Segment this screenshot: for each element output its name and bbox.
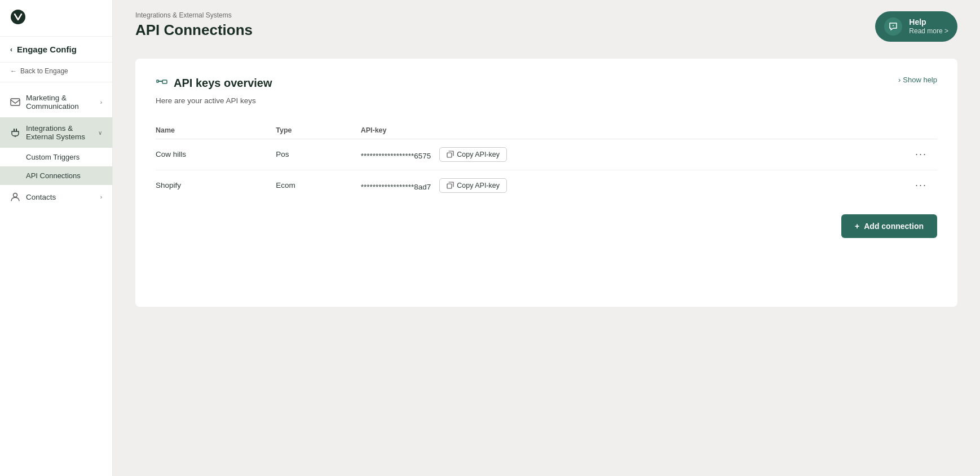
api-keys-icon [156, 76, 168, 91]
back-to-engage[interactable]: ← Back to Engage [0, 63, 112, 82]
card-subtitle: Here are your active API keys [156, 96, 937, 105]
more-options-button-0[interactable]: ··· [912, 147, 930, 161]
col-type: Type [276, 122, 360, 139]
copy-icon [447, 151, 454, 158]
card-title: API keys overview [174, 77, 272, 90]
copy-icon [447, 182, 454, 189]
svg-rect-3 [16, 129, 17, 131]
person-icon [10, 192, 20, 202]
logo-icon [10, 9, 26, 25]
svg-rect-7 [157, 80, 158, 82]
help-icon [884, 17, 902, 36]
cell-name-1: Shopify [156, 170, 276, 201]
sidebar-item-custom-triggers[interactable]: Custom Triggers [0, 148, 112, 166]
cell-actions-0: ··· [855, 139, 938, 170]
chevron-left-icon: ‹ [10, 46, 12, 54]
more-options-button-1[interactable]: ··· [912, 178, 930, 192]
help-button[interactable]: Help Read more > [875, 11, 957, 42]
chevron-right-icon-contacts: › [100, 194, 102, 200]
page-header: Integrations & External Systems API Conn… [135, 11, 253, 39]
table-header-row: Name Type API-key [156, 122, 937, 139]
sidebar-item-marketing[interactable]: Marketing & Communication › [0, 87, 112, 117]
chevron-right-icon-help: › [898, 76, 900, 84]
svg-point-0 [11, 10, 25, 24]
read-more-link[interactable]: Read more > [909, 27, 948, 36]
sidebar-nav: Marketing & Communication › Integrations… [0, 82, 112, 476]
card-title-icon [156, 76, 168, 88]
svg-point-6 [893, 25, 894, 26]
sidebar-item-contacts[interactable]: Contacts › [0, 185, 112, 209]
envelope-icon [10, 97, 20, 107]
cell-api-key-1: ******************8ad7 Copy API-key [361, 170, 855, 201]
main-content: Integrations & External Systems API Conn… [113, 0, 980, 476]
plug-icon [10, 127, 20, 138]
chevron-down-icon: ∨ [98, 130, 102, 136]
page-title: API Connections [135, 21, 253, 39]
table-row: Cow hills Pos ******************6575 Cop… [156, 139, 937, 170]
cell-api-key-0: ******************6575 Copy API-key [361, 139, 855, 170]
chat-icon [889, 22, 898, 31]
svg-rect-2 [14, 129, 15, 131]
api-keys-card: API keys overview Here are your active A… [135, 59, 957, 307]
breadcrumb: Integrations & External Systems [135, 11, 253, 19]
app-logo [0, 0, 112, 37]
svg-rect-1 [11, 99, 20, 105]
svg-point-5 [14, 193, 17, 197]
cell-type-0: Pos [276, 139, 360, 170]
sidebar-item-integrations[interactable]: Integrations & External Systems ∨ [0, 117, 112, 148]
svg-rect-11 [447, 184, 452, 188]
add-connection-button[interactable]: + Add connection [841, 214, 937, 238]
plus-icon: + [855, 222, 859, 231]
back-arrow-icon: ← [10, 67, 17, 75]
cell-actions-1: ··· [855, 170, 938, 201]
add-connection-area: + Add connection [156, 214, 937, 238]
chevron-right-icon: › [100, 99, 102, 105]
topbar: Integrations & External Systems API Conn… [113, 0, 980, 47]
card-header: API keys overview [156, 76, 937, 91]
svg-rect-10 [447, 153, 452, 157]
col-name: Name [156, 122, 276, 139]
copy-api-key-button-1[interactable]: Copy API-key [439, 178, 507, 193]
col-api-key: API-key [361, 122, 855, 139]
help-btn-text: Help Read more > [909, 17, 948, 36]
api-keys-table: Name Type API-key Cow hills Pos ********… [156, 122, 937, 201]
svg-rect-9 [162, 80, 167, 83]
sidebar: ‹ Engage Config ← Back to Engage Marketi… [0, 0, 113, 476]
content-area: API keys overview Here are your active A… [113, 47, 980, 476]
show-help-link[interactable]: › Show help [898, 76, 937, 84]
help-label: Help [909, 17, 948, 27]
cell-name-0: Cow hills [156, 139, 276, 170]
sidebar-item-api-connections[interactable]: API Connections [0, 166, 112, 185]
col-actions [855, 122, 938, 139]
sidebar-title: ‹ Engage Config [0, 37, 112, 63]
table-row: Shopify Ecom ******************8ad7 Copy… [156, 170, 937, 201]
copy-api-key-button-0[interactable]: Copy API-key [439, 147, 507, 162]
cell-type-1: Ecom [276, 170, 360, 201]
